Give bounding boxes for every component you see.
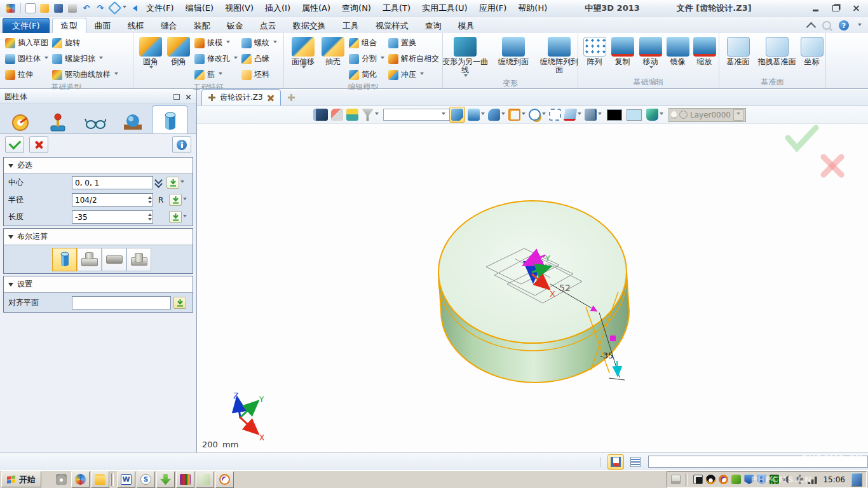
quicklaunch-browser-button[interactable]: S [137,471,155,488]
minimize-button[interactable] [807,3,824,14]
redo-icon[interactable]: ↷ [94,3,107,14]
datum-plane-button[interactable]: 基准面 [722,35,755,66]
menu-applications[interactable]: 应用(F) [473,3,513,14]
boolean-add-button[interactable] [77,248,102,271]
keyboard-icon[interactable] [671,475,681,484]
radius-dimension[interactable]: 52 [559,283,571,293]
quicklaunch-download-button[interactable] [156,471,175,488]
tab-tools[interactable]: 工具 [334,18,367,33]
shell-button[interactable]: 抽壳 [319,35,347,66]
align-plane-view-button[interactable] [449,107,465,123]
revolve-button[interactable]: 旋转 [50,35,120,51]
filter-combo-input[interactable] [383,109,451,121]
center-pick-button[interactable] [166,177,179,189]
radius-pick-button[interactable] [169,194,182,206]
panel-close-icon[interactable] [186,94,191,100]
zoom-window-button[interactable] [548,108,562,121]
erase-button[interactable] [330,108,344,121]
length-input[interactable] [72,210,153,224]
document-tab[interactable]: 齿轮设计.Z3 [201,89,281,105]
settings-section-header[interactable]: 设置 [4,276,193,293]
quicklaunch-winrar-button[interactable] [176,471,194,488]
driven-curve-loft-button[interactable]: 驱动曲线放样 [50,67,120,83]
show-desktop-button[interactable] [851,473,862,487]
prompt-panel-toggle-button[interactable] [607,454,624,470]
tab-history[interactable] [2,108,38,133]
shade-mode-button[interactable] [467,108,485,121]
quicklaunch-folder-button[interactable] [91,471,109,488]
fillet-button[interactable]: 圆角 [137,35,165,71]
menu-inquire[interactable]: 查询(N) [336,3,377,14]
morph-to-curve-button[interactable]: 变形为另一曲线 [442,35,489,79]
punch-button[interactable]: 冲压 [386,67,441,83]
menu-utilities[interactable]: 实用工具(U) [416,3,473,14]
security-shield-icon[interactable] [757,475,766,484]
speaker-icon[interactable] [782,475,792,484]
save-icon[interactable] [52,3,65,14]
boolean-section-header[interactable]: 布尔运算 [4,229,193,245]
media-player-icon[interactable] [693,475,703,484]
power-plug-icon[interactable] [795,475,804,484]
menu-help[interactable]: 帮助(H) [512,3,553,14]
display-mode-button[interactable] [487,108,506,121]
mirror-button[interactable]: 镜像 [665,35,691,66]
menu-view[interactable]: 视图(V) [219,3,259,14]
tab-dataexchange[interactable]: 数据交换 [285,18,334,33]
tab-mold[interactable]: 模具 [450,18,483,33]
rib-button[interactable]: 筋 [193,67,240,83]
length-spinner[interactable] [148,212,152,222]
search-icon[interactable] [822,21,831,30]
cancel-overlay-icon[interactable] [824,157,841,175]
tab-input[interactable] [39,108,76,133]
ok-button[interactable] [5,136,24,153]
panel-restore-icon[interactable] [173,94,180,100]
tab-cylinder-active[interactable] [152,105,188,133]
quicklaunch-timer-button[interactable] [215,471,234,488]
menu-file[interactable]: 文件(F) [140,3,180,14]
length-pick-dropdown-icon[interactable] [183,215,187,219]
align-plane-pick-button[interactable] [173,297,186,309]
replace-button[interactable]: 置换 [386,35,441,51]
tab-surface[interactable]: 曲面 [86,18,119,33]
cylinder-button[interactable]: 圆柱体 [3,51,50,67]
simplify-button[interactable]: 简化 [347,67,386,83]
spiral-sweep-button[interactable]: 螺旋扫掠 [50,51,120,67]
status-input[interactable] [648,456,868,468]
new-tab-button[interactable] [281,90,302,105]
layer-manager-button[interactable] [646,108,664,121]
background-color-swatch[interactable] [607,109,622,121]
boolean-remove-button[interactable] [102,248,126,271]
quicklaunch-word-button[interactable]: W [117,471,135,488]
collapse-left-icon[interactable] [127,3,140,14]
output-list-button[interactable] [628,455,643,469]
chamfer-button[interactable]: 倒角 [165,35,193,66]
wrap-pattern-to-face-button[interactable]: 缠绕阵列到面 [538,35,580,74]
start-button[interactable]: 开始 [1,471,41,487]
length-pick-button[interactable] [169,211,182,223]
divide-button[interactable]: 分割 [347,51,386,67]
tab-visualstyle[interactable]: 视觉样式 [367,18,417,33]
tab-pointcloud[interactable]: 点云 [252,18,285,33]
tab-close-icon[interactable] [268,95,274,101]
pixel-grid-icon[interactable] [770,475,779,484]
restore-button[interactable] [827,3,844,14]
section-view-button[interactable] [564,108,582,121]
insert-sketch-button[interactable]: 插入草图 [3,35,50,51]
expand-input-icon[interactable] [156,179,161,187]
tab-render[interactable] [114,108,151,133]
tab-shape[interactable]: 造型 [52,18,86,33]
quicklaunch-capture-button[interactable] [53,472,70,487]
new-file-icon[interactable] [24,3,37,14]
tab-inquire[interactable]: 查询 [417,18,450,33]
refresh-icon[interactable] [108,3,121,14]
radius-spinner[interactable] [148,194,152,205]
extrude-button[interactable]: 拉伸 [3,67,50,83]
tab-preview[interactable] [77,108,113,133]
wireframe-button[interactable] [508,108,526,121]
close-button[interactable] [848,3,864,14]
required-section-header[interactable]: 必选 [4,158,193,174]
3d-viewport[interactable]: Y X 52 -35 Z Y [197,124,868,452]
network-signal-icon[interactable] [808,475,817,484]
copy-button[interactable]: 复制 [609,35,637,66]
combine-button[interactable]: 组合 [347,35,386,51]
